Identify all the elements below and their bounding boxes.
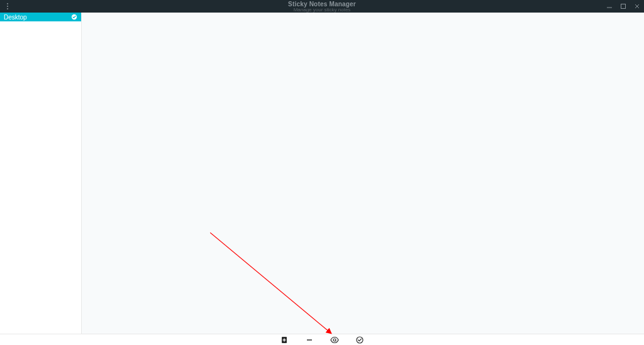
maximize-icon [620, 3, 626, 9]
svg-rect-1 [621, 4, 626, 9]
close-button[interactable] [630, 0, 644, 13]
svg-point-9 [333, 339, 336, 341]
minimize-icon [606, 3, 613, 9]
sidebar-item-label: Desktop [4, 14, 27, 21]
new-note-button[interactable] [279, 335, 289, 345]
minus-icon [306, 336, 313, 344]
eye-icon [330, 336, 339, 344]
check-circle-icon [356, 336, 364, 344]
app-subtitle: Manage your sticky notes [0, 7, 644, 13]
sidebar: Desktop [0, 13, 82, 334]
remove-button[interactable] [304, 335, 314, 345]
content-area [82, 13, 644, 334]
titlebar: Sticky Notes Manager Manage your sticky … [0, 0, 644, 13]
app-menu-button[interactable] [0, 0, 15, 13]
main-area: Desktop [0, 13, 644, 334]
preview-button[interactable] [330, 335, 340, 345]
maximize-button[interactable] [616, 0, 630, 13]
minimize-button[interactable] [602, 0, 616, 13]
apply-button[interactable] [355, 335, 365, 345]
new-note-icon [280, 336, 288, 344]
bottom-toolbar [0, 334, 644, 345]
app-title: Sticky Notes Manager [0, 1, 644, 8]
menu-dots-icon [7, 3, 8, 9]
check-circle-icon [71, 14, 77, 20]
sidebar-item-desktop[interactable]: Desktop [0, 13, 81, 21]
close-icon [634, 3, 640, 9]
